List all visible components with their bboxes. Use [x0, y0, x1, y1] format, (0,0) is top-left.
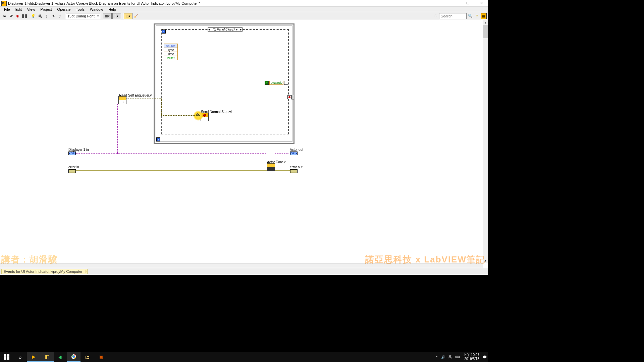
error-in-label: error in [68, 165, 79, 169]
distribute-objects-button[interactable]: ┇▾ [112, 13, 121, 19]
step-over-button[interactable]: ⤼ [50, 13, 56, 19]
menu-operate[interactable]: Operate [55, 7, 73, 11]
highlight-execution-button[interactable]: 💡 [30, 13, 36, 19]
menu-window[interactable]: Window [87, 7, 106, 11]
step-out-button[interactable]: ⤴ [57, 13, 63, 19]
close-button[interactable]: ✕ [475, 0, 488, 7]
taskbar-search[interactable]: ⌕ [13, 352, 27, 362]
error-out-terminal[interactable] [290, 169, 298, 173]
error-wire[interactable] [76, 171, 267, 171]
menu-file[interactable]: File [1, 7, 13, 11]
tray-time: 上午 10:07 [463, 353, 479, 357]
loop-stop-terminal[interactable] [287, 95, 291, 99]
status-breadcrumb[interactable]: Events for UI Actor Indicator.lvproj/My … [1, 269, 88, 274]
svg-rect-2 [4, 357, 6, 360]
discard-label: Discard? [269, 81, 283, 85]
horizontal-scrollbar[interactable] [0, 263, 483, 268]
menu-edit[interactable]: Edit [13, 7, 24, 11]
boolean-true-constant[interactable]: T [265, 81, 269, 85]
class-wire-up[interactable] [117, 104, 118, 153]
taskbar-line[interactable]: ◉ [54, 352, 67, 362]
loop-iteration-terminal[interactable]: i [156, 137, 160, 141]
event-dynamic-terminal[interactable] [162, 29, 166, 34]
block-diagram-canvas[interactable]: i [0] Panel Close? ▾ Source Type Time VI… [0, 20, 483, 263]
start-button[interactable] [0, 352, 13, 362]
taskbar-labview[interactable]: ▶ [27, 352, 40, 362]
align-objects-button[interactable]: ▦▾ [103, 13, 112, 19]
maximize-button[interactable]: ☐ [461, 0, 475, 7]
taskbar-explorer[interactable]: 🗂 [80, 352, 94, 362]
class-wire-down[interactable] [266, 153, 266, 164]
svg-rect-3 [7, 357, 9, 360]
labview-icon [1, 1, 7, 6]
discard-node[interactable]: T Discard? [265, 81, 288, 85]
taskbar-powerpoint[interactable]: ▣ [94, 352, 107, 362]
wire-junction [117, 153, 118, 154]
run-button[interactable]: ➭ [1, 13, 7, 19]
displayer-in-terminal[interactable]: OBJ [68, 152, 76, 155]
error-wire-out[interactable] [275, 171, 290, 171]
font-selector-label: 15pt Dialog Font [67, 14, 95, 18]
event-structure[interactable]: [0] Panel Close? ▾ Source Type Time VIRe… [161, 29, 289, 134]
taskbar-app2[interactable]: ◧ [40, 352, 54, 362]
while-loop[interactable]: i [0] Panel Close? ▾ Source Type Time VI… [154, 23, 294, 144]
reorder-button[interactable]: ⬚▾ [124, 13, 132, 19]
tray-chevron-up-icon[interactable]: ˄ [436, 355, 438, 359]
menu-tools[interactable]: Tools [73, 7, 87, 11]
enqueuer-wire-h2[interactable] [161, 115, 200, 116]
read-self-enqueuer-subvi[interactable]: ⇢ [118, 96, 126, 104]
minimize-button[interactable]: — [448, 0, 461, 7]
send-normal-stop-subvi[interactable] [201, 113, 209, 121]
tray-date: 2019/5/15 [463, 357, 479, 361]
status-breadcrumb-label: Events for UI Actor Indicator.lvproj/My … [4, 269, 83, 274]
run-continuously-button[interactable]: ⟳ [8, 13, 14, 19]
windows-taskbar[interactable]: ⌕ ▶ ◧ ◉ 🗂 ▣ ˄ 🔊 英 ⌨ 上午 10:07 2019/5/15 💬 [0, 352, 488, 362]
discard-output-terminal[interactable] [284, 81, 288, 85]
window-title: Displayer 1.lvlib:Displayer 1.lvclass:Ac… [8, 1, 448, 5]
menu-view[interactable]: View [24, 7, 38, 11]
vertical-scrollbar-thumb[interactable] [483, 25, 488, 38]
actor-core-subvi[interactable] [267, 163, 275, 171]
vertical-scrollbar[interactable]: ▴ ▾ [483, 20, 488, 263]
event-case-selector[interactable]: [0] Panel Close? ▾ [208, 27, 243, 32]
retain-wire-values-button[interactable]: 🔌 [37, 13, 43, 19]
event-data-node[interactable]: Source Type Time VIRef [164, 44, 178, 60]
tray-volume-icon[interactable]: 🔊 [441, 355, 445, 359]
abort-button[interactable]: ◉ [15, 13, 21, 19]
actor-out-label: Actor out [290, 148, 303, 152]
menu-project[interactable]: Project [38, 7, 54, 11]
tray-notifications-icon[interactable]: 💬 [483, 355, 487, 359]
actor-out-terminal[interactable]: OBJ [290, 152, 298, 155]
loop-tunnel[interactable] [291, 95, 294, 100]
error-out-label: error out [290, 165, 303, 169]
class-wire-out[interactable] [275, 153, 288, 154]
context-help-button[interactable]: ? [474, 13, 480, 19]
cleanup-diagram-button[interactable]: 🧹 [133, 13, 139, 19]
tray-ime[interactable]: 英 [448, 355, 452, 359]
svg-rect-0 [4, 354, 6, 357]
error-in-terminal[interactable] [68, 169, 76, 173]
icon-view-button[interactable]: ▦ [481, 13, 487, 19]
pause-button[interactable]: ❚❚ [21, 13, 28, 19]
tray-keyboard-icon[interactable]: ⌨ [455, 355, 460, 359]
enqueuer-wire-h1[interactable] [126, 99, 161, 99]
svg-rect-1 [7, 354, 9, 357]
event-data-viref: VIRef [164, 56, 178, 60]
tray-clock[interactable]: 上午 10:07 2019/5/15 [463, 353, 479, 361]
step-into-button[interactable]: ⤵ [44, 13, 50, 19]
taskbar-chrome[interactable] [67, 352, 80, 362]
displayer-in-label: Displayer 1 in [68, 148, 89, 152]
enqueuer-wire-v[interactable] [161, 99, 162, 115]
class-wire[interactable] [76, 153, 266, 154]
search-input[interactable] [439, 13, 467, 19]
search-button[interactable]: 🔍 [467, 13, 473, 19]
menu-help[interactable]: Help [106, 7, 119, 11]
font-selector[interactable]: 15pt Dialog Font [66, 13, 100, 19]
